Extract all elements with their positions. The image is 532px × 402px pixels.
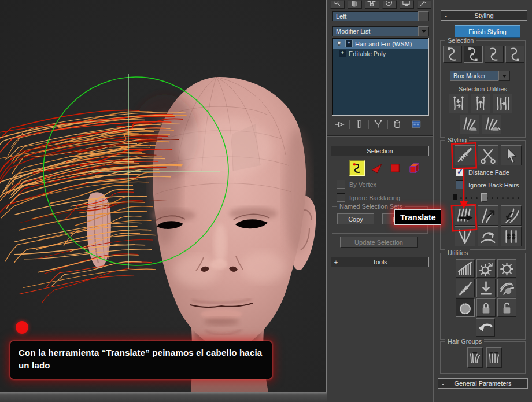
display-tab[interactable] [400,0,414,9]
by-vertex-checkbox[interactable] [337,180,345,189]
selection-utility-buttons-2 [460,115,501,134]
puff-roots-button[interactable] [501,205,522,226]
modifier-stack-toolbar [334,119,422,130]
toggle-collisions-button[interactable] [497,279,516,297]
swap-selection-button[interactable] [449,94,468,113]
select-guide-midpoints-button[interactable] [485,46,504,63]
select-arrow-button[interactable] [501,145,522,165]
selection-utilities-label: Selection Utilities [441,86,525,93]
copy-button[interactable]: Copy [337,213,374,224]
make-unique-button[interactable] [372,119,384,130]
viewport-bottom-edge [0,392,327,402]
unlock-button[interactable] [497,298,516,317]
expand-icon[interactable]: + [345,40,353,47]
magnifier-tab[interactable] [330,0,345,9]
extend-selection-button[interactable] [493,94,512,113]
configure-modifier-sets-icon [411,119,422,130]
select-guide-vertices-button[interactable] [464,46,483,63]
undo-button[interactable] [476,318,495,337]
modifier-stack-row[interactable]: +Editable Poly [333,49,428,58]
slider-tick [512,197,514,199]
pin-stack-button[interactable] [334,119,346,130]
translate-icon [455,206,475,226]
selection-rollout-header[interactable]: - Selection [331,146,429,156]
recomb-button[interactable] [456,279,475,297]
object-name-field[interactable]: Left [332,11,419,21]
update-selection-button[interactable]: Update Selection [340,237,418,248]
merge-hair-groups-button[interactable] [486,347,502,368]
distance-fade-checkbox[interactable] [456,168,464,176]
stand-button[interactable] [478,205,498,226]
ignore-backfacing-checkbox[interactable] [337,193,345,202]
chevron-down-icon [422,30,426,33]
select-hair-ends-button[interactable] [443,46,462,63]
expand-icon[interactable]: + [339,50,346,57]
object-color-button[interactable] [418,11,429,21]
general-parameters-rollout-header[interactable]: - General Parameters [438,378,528,389]
show-end-result-button[interactable] [353,119,365,130]
hair-brush-button[interactable] [455,145,475,165]
finish-styling-button[interactable]: Finish Styling [455,25,520,38]
pan-hand-icon [348,0,361,8]
pop-zero-sized-button[interactable] [476,259,496,278]
toggle-collisions-icon [498,279,516,297]
tools-rollout-header[interactable]: + Tools [331,257,429,267]
select-whole-guides-button[interactable] [505,46,524,63]
slider-tick [507,197,509,199]
modifier-list-dropdown[interactable]: Modifier List [332,26,422,36]
viewport-3d[interactable]: Con la herramienta “Translate” peinamos … [0,0,327,392]
brush-size-slider[interactable] [453,193,520,202]
finish-styling-label: Finish Styling [468,28,506,35]
toggle-hairs-button[interactable] [456,298,475,317]
ignore-backfacing-label: Ignore Backfacing [349,194,400,201]
clump-button[interactable] [455,226,475,246]
schematic-view-tab[interactable] [365,0,379,9]
attenuate-icon [456,260,474,278]
marker-dropdown[interactable]: Box Marker [450,71,501,81]
raise-selection-button[interactable] [471,94,490,113]
styling-rollout-header[interactable]: - Styling [441,10,527,21]
collapse-icon: - [331,147,341,154]
hair-cut-button[interactable] [478,145,498,165]
translate-button[interactable] [455,205,475,226]
stand-icon [478,206,498,226]
split-hair-groups-button[interactable] [467,347,483,368]
slider-tick [497,197,498,199]
styling-panel: - Styling Finish Styling Selection Box M… [433,0,532,402]
show-end-result-icon [353,119,365,130]
rotate-button[interactable] [478,226,498,246]
modifier-stack-row[interactable]: +Hair and Fur (WSM) [333,39,428,49]
update-selection-label: Update Selection [354,239,403,246]
motion-tab[interactable] [382,0,397,9]
swap-selection-icon [449,94,468,113]
modifier-list-arrow-button[interactable] [418,26,429,36]
pop-selected-button[interactable] [497,259,516,278]
remove-modifier-button[interactable] [391,119,403,130]
guides-subobject-button[interactable] [349,160,365,176]
slider-handle[interactable] [481,193,487,202]
lock-button[interactable] [476,298,496,317]
polygon-subobject-button[interactable] [389,161,402,175]
panel-divider [327,135,433,137]
attenuate-button[interactable] [456,259,475,278]
element-subobject-button[interactable] [407,161,420,175]
marker-dropdown-arrow[interactable] [498,71,510,81]
slider-tick [492,197,493,199]
rotate-icon [478,227,498,246]
tip-subobject-button[interactable] [370,161,383,175]
styling-group-label: Styling [445,137,469,143]
modifier-stack[interactable]: +Hair and Fur (WSM)+Editable Poly [332,38,428,115]
configure-modifier-sets-button[interactable] [411,119,422,130]
rotate-selection-arrows-button[interactable] [482,115,501,134]
translate-tooltip-text: Translate [400,213,435,222]
viewport-canvas[interactable] [0,0,326,392]
utilities-tab[interactable] [417,0,431,9]
rotate-selection-button[interactable] [460,115,479,134]
ignore-back-hairs-label: Ignore Back Hairs [468,182,519,189]
reset-rest-button[interactable] [476,279,496,297]
select-whole-guides-icon [506,46,524,64]
ignore-back-hairs-checkbox[interactable] [456,180,464,189]
pan-hand-tab[interactable] [348,0,362,9]
scale-button[interactable] [501,226,522,246]
scale-icon [501,227,521,246]
